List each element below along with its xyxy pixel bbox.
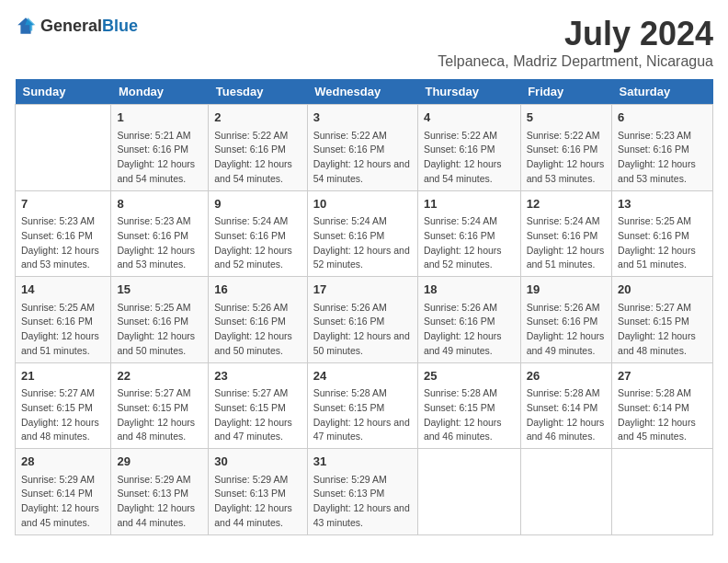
col-wednesday: Wednesday bbox=[307, 79, 417, 105]
logo-icon bbox=[15, 15, 37, 37]
calendar-cell bbox=[417, 449, 520, 535]
cell-info: Sunrise: 5:28 AMSunset: 6:14 PMDaylight:… bbox=[527, 386, 606, 444]
cell-info: Sunrise: 5:28 AMSunset: 6:15 PMDaylight:… bbox=[424, 386, 515, 444]
date-number: 2 bbox=[214, 109, 301, 127]
calendar-cell: 23Sunrise: 5:27 AMSunset: 6:15 PMDayligh… bbox=[209, 362, 307, 449]
date-number: 18 bbox=[424, 281, 515, 299]
cell-info: Sunrise: 5:22 AMSunset: 6:16 PMDaylight:… bbox=[313, 129, 412, 187]
date-number: 24 bbox=[313, 367, 412, 385]
calendar-cell: 3Sunrise: 5:22 AMSunset: 6:16 PMDaylight… bbox=[307, 105, 417, 191]
cell-info: Sunrise: 5:22 AMSunset: 6:16 PMDaylight:… bbox=[424, 129, 515, 187]
cell-info: Sunrise: 5:29 AMSunset: 6:13 PMDaylight:… bbox=[214, 473, 301, 531]
date-number: 12 bbox=[527, 195, 606, 213]
page-header: GeneralBlue July 2024 Telpaneca, Madriz … bbox=[15, 15, 713, 70]
calendar-cell: 22Sunrise: 5:27 AMSunset: 6:15 PMDayligh… bbox=[111, 362, 209, 449]
date-number: 4 bbox=[424, 109, 515, 127]
calendar-table: Sunday Monday Tuesday Wednesday Thursday… bbox=[15, 79, 713, 535]
date-number: 7 bbox=[21, 195, 105, 213]
calendar-cell: 30Sunrise: 5:29 AMSunset: 6:13 PMDayligh… bbox=[209, 449, 307, 535]
col-tuesday: Tuesday bbox=[209, 79, 307, 105]
cell-info: Sunrise: 5:29 AMSunset: 6:13 PMDaylight:… bbox=[117, 473, 202, 531]
calendar-cell: 24Sunrise: 5:28 AMSunset: 6:15 PMDayligh… bbox=[307, 362, 417, 449]
calendar-cell: 5Sunrise: 5:22 AMSunset: 6:16 PMDaylight… bbox=[520, 105, 611, 191]
calendar-cell: 2Sunrise: 5:22 AMSunset: 6:16 PMDaylight… bbox=[209, 105, 307, 191]
calendar-cell: 31Sunrise: 5:29 AMSunset: 6:13 PMDayligh… bbox=[307, 449, 417, 535]
cell-info: Sunrise: 5:28 AMSunset: 6:15 PMDaylight:… bbox=[313, 386, 412, 444]
logo-general: General bbox=[40, 17, 102, 35]
date-number: 14 bbox=[21, 281, 105, 299]
title-area: July 2024 Telpaneca, Madriz Department, … bbox=[438, 15, 713, 70]
calendar-cell: 12Sunrise: 5:24 AMSunset: 6:16 PMDayligh… bbox=[520, 190, 611, 277]
calendar-cell: 16Sunrise: 5:26 AMSunset: 6:16 PMDayligh… bbox=[209, 277, 307, 363]
cell-info: Sunrise: 5:29 AMSunset: 6:13 PMDaylight:… bbox=[313, 473, 412, 531]
cell-info: Sunrise: 5:22 AMSunset: 6:16 PMDaylight:… bbox=[214, 129, 301, 187]
date-number: 22 bbox=[117, 367, 202, 385]
col-monday: Monday bbox=[111, 79, 209, 105]
cell-info: Sunrise: 5:24 AMSunset: 6:16 PMDaylight:… bbox=[214, 214, 301, 272]
date-number: 15 bbox=[117, 281, 202, 299]
calendar-week-row: 21Sunrise: 5:27 AMSunset: 6:15 PMDayligh… bbox=[16, 362, 713, 449]
col-friday: Friday bbox=[520, 79, 611, 105]
cell-info: Sunrise: 5:25 AMSunset: 6:16 PMDaylight:… bbox=[618, 214, 707, 272]
logo-text: GeneralBlue bbox=[40, 17, 138, 36]
cell-info: Sunrise: 5:23 AMSunset: 6:16 PMDaylight:… bbox=[117, 214, 202, 272]
date-number: 28 bbox=[21, 453, 105, 471]
date-number: 23 bbox=[214, 367, 301, 385]
cell-info: Sunrise: 5:28 AMSunset: 6:14 PMDaylight:… bbox=[618, 386, 707, 444]
calendar-week-row: 14Sunrise: 5:25 AMSunset: 6:16 PMDayligh… bbox=[16, 277, 713, 363]
logo: GeneralBlue bbox=[15, 15, 138, 37]
calendar-cell: 4Sunrise: 5:22 AMSunset: 6:16 PMDaylight… bbox=[417, 105, 520, 191]
cell-info: Sunrise: 5:27 AMSunset: 6:15 PMDaylight:… bbox=[618, 301, 707, 359]
calendar-cell: 20Sunrise: 5:27 AMSunset: 6:15 PMDayligh… bbox=[612, 277, 713, 363]
calendar-cell: 8Sunrise: 5:23 AMSunset: 6:16 PMDaylight… bbox=[111, 190, 209, 277]
date-number: 20 bbox=[618, 281, 707, 299]
calendar-cell: 29Sunrise: 5:29 AMSunset: 6:13 PMDayligh… bbox=[111, 449, 209, 535]
cell-info: Sunrise: 5:27 AMSunset: 6:15 PMDaylight:… bbox=[214, 386, 301, 444]
calendar-cell: 15Sunrise: 5:25 AMSunset: 6:16 PMDayligh… bbox=[111, 277, 209, 363]
cell-info: Sunrise: 5:24 AMSunset: 6:16 PMDaylight:… bbox=[527, 214, 606, 272]
cell-info: Sunrise: 5:21 AMSunset: 6:16 PMDaylight:… bbox=[117, 129, 202, 187]
cell-info: Sunrise: 5:23 AMSunset: 6:16 PMDaylight:… bbox=[21, 214, 105, 272]
calendar-cell: 11Sunrise: 5:24 AMSunset: 6:16 PMDayligh… bbox=[417, 190, 520, 277]
date-number: 11 bbox=[424, 195, 515, 213]
main-title: July 2024 bbox=[438, 15, 713, 53]
date-number: 26 bbox=[527, 367, 606, 385]
date-number: 21 bbox=[21, 367, 105, 385]
date-number: 9 bbox=[214, 195, 301, 213]
date-number: 10 bbox=[313, 195, 412, 213]
calendar-cell: 18Sunrise: 5:26 AMSunset: 6:16 PMDayligh… bbox=[417, 277, 520, 363]
cell-info: Sunrise: 5:26 AMSunset: 6:16 PMDaylight:… bbox=[313, 301, 412, 359]
date-number: 6 bbox=[618, 109, 707, 127]
cell-info: Sunrise: 5:25 AMSunset: 6:16 PMDaylight:… bbox=[21, 301, 105, 359]
date-number: 27 bbox=[618, 367, 707, 385]
calendar-cell: 10Sunrise: 5:24 AMSunset: 6:16 PMDayligh… bbox=[307, 190, 417, 277]
calendar-cell bbox=[612, 449, 713, 535]
cell-info: Sunrise: 5:29 AMSunset: 6:14 PMDaylight:… bbox=[21, 473, 105, 531]
calendar-cell: 26Sunrise: 5:28 AMSunset: 6:14 PMDayligh… bbox=[520, 362, 611, 449]
cell-info: Sunrise: 5:26 AMSunset: 6:16 PMDaylight:… bbox=[527, 301, 606, 359]
calendar-cell: 27Sunrise: 5:28 AMSunset: 6:14 PMDayligh… bbox=[612, 362, 713, 449]
subtitle: Telpaneca, Madriz Department, Nicaragua bbox=[438, 53, 713, 70]
date-number: 19 bbox=[527, 281, 606, 299]
calendar-cell: 25Sunrise: 5:28 AMSunset: 6:15 PMDayligh… bbox=[417, 362, 520, 449]
calendar-cell: 6Sunrise: 5:23 AMSunset: 6:16 PMDaylight… bbox=[612, 105, 713, 191]
calendar-week-row: 28Sunrise: 5:29 AMSunset: 6:14 PMDayligh… bbox=[16, 449, 713, 535]
date-number: 13 bbox=[618, 195, 707, 213]
calendar-cell: 19Sunrise: 5:26 AMSunset: 6:16 PMDayligh… bbox=[520, 277, 611, 363]
calendar-cell: 1Sunrise: 5:21 AMSunset: 6:16 PMDaylight… bbox=[111, 105, 209, 191]
calendar-cell: 7Sunrise: 5:23 AMSunset: 6:16 PMDaylight… bbox=[16, 190, 111, 277]
cell-info: Sunrise: 5:26 AMSunset: 6:16 PMDaylight:… bbox=[214, 301, 301, 359]
calendar-cell: 28Sunrise: 5:29 AMSunset: 6:14 PMDayligh… bbox=[16, 449, 111, 535]
cell-info: Sunrise: 5:22 AMSunset: 6:16 PMDaylight:… bbox=[527, 129, 606, 187]
calendar-cell: 13Sunrise: 5:25 AMSunset: 6:16 PMDayligh… bbox=[612, 190, 713, 277]
calendar-week-row: 1Sunrise: 5:21 AMSunset: 6:16 PMDaylight… bbox=[16, 105, 713, 191]
date-number: 29 bbox=[117, 453, 202, 471]
calendar-cell: 17Sunrise: 5:26 AMSunset: 6:16 PMDayligh… bbox=[307, 277, 417, 363]
logo-blue: Blue bbox=[102, 17, 138, 35]
date-number: 1 bbox=[117, 109, 202, 127]
date-number: 30 bbox=[214, 453, 301, 471]
date-number: 3 bbox=[313, 109, 412, 127]
col-sunday: Sunday bbox=[16, 79, 111, 105]
date-number: 31 bbox=[313, 453, 412, 471]
cell-info: Sunrise: 5:24 AMSunset: 6:16 PMDaylight:… bbox=[424, 214, 515, 272]
